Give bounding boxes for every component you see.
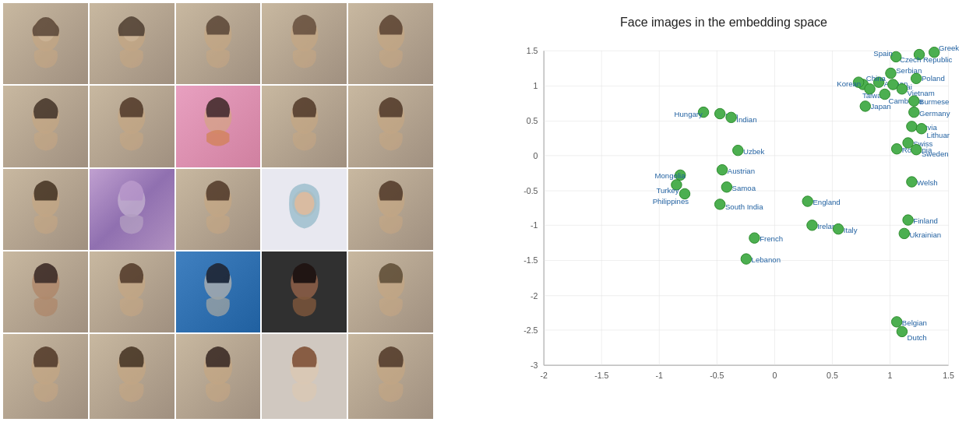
svg-text:-3: -3	[531, 360, 538, 370]
grid-cell-18	[176, 251, 261, 332]
svg-point-132	[807, 220, 817, 230]
grid-cell-17	[90, 251, 174, 332]
svg-point-90	[860, 101, 870, 111]
svg-text:-0.5: -0.5	[710, 371, 724, 380]
svg-text:Ukrainian: Ukrainian	[910, 230, 942, 239]
svg-text:0.5: 0.5	[527, 116, 538, 125]
svg-text:Germany: Germany	[919, 109, 950, 118]
svg-point-114	[717, 164, 727, 174]
svg-text:China: China	[866, 74, 887, 83]
svg-text:Czech Republic: Czech Republic	[900, 55, 952, 64]
svg-text:Samoa: Samoa	[732, 184, 756, 192]
grid-cell-8	[176, 86, 261, 167]
svg-point-92	[909, 96, 919, 106]
svg-text:-2: -2	[531, 291, 538, 301]
image-grid	[0, 0, 436, 422]
svg-point-100	[726, 112, 736, 122]
svg-point-142	[891, 317, 901, 327]
svg-text:Turkey: Turkey	[656, 186, 679, 195]
svg-text:-1: -1	[656, 371, 664, 380]
svg-text:Indian: Indian	[736, 115, 756, 124]
svg-text:-1: -1	[531, 220, 538, 230]
svg-text:Korean: Korean	[837, 79, 861, 88]
svg-text:Belgian: Belgian	[902, 318, 927, 327]
grid-cell-16	[3, 251, 88, 332]
svg-text:Sweden: Sweden	[922, 149, 949, 158]
grid-cell-3	[176, 3, 261, 84]
grid-cell-6	[3, 86, 88, 167]
svg-point-108	[891, 143, 901, 153]
svg-text:Dutch: Dutch	[908, 333, 927, 342]
grid-cell-4	[262, 3, 347, 84]
grid-cell-1	[3, 3, 88, 84]
svg-point-98	[714, 108, 724, 118]
svg-text:-2: -2	[540, 371, 548, 380]
svg-point-104	[916, 124, 926, 134]
svg-text:French: French	[760, 234, 783, 243]
svg-point-136	[899, 228, 909, 238]
scatter-plot: Face images in the embedding space	[436, 0, 980, 422]
grid-cell-22	[90, 334, 174, 419]
chart-svg: -2 -1.5 -1 -0.5 0 0.5 1 1.5 1.5 1 0.5 0 …	[475, 36, 972, 388]
svg-text:Burmese: Burmese	[919, 97, 949, 106]
svg-text:Italy: Italy	[844, 226, 858, 234]
svg-point-72	[886, 68, 896, 78]
svg-point-16	[294, 192, 314, 214]
chart-area: -2 -1.5 -1 -0.5 0 0.5 1 1.5 1.5 1 0.5 0 …	[475, 36, 972, 388]
svg-text:Greek: Greek	[939, 44, 959, 52]
svg-text:-2.5: -2.5	[523, 325, 538, 335]
chart-title: Face images in the embedding space	[475, 16, 972, 30]
grid-cell-23	[176, 334, 261, 419]
svg-text:Hungary: Hungary	[675, 110, 703, 118]
grid-cell-2	[90, 3, 174, 84]
grid-cell-11	[3, 169, 88, 250]
svg-text:Poland: Poland	[922, 74, 945, 83]
grid-cell-5	[348, 3, 433, 84]
svg-text:1: 1	[888, 371, 893, 380]
svg-text:Uzbek: Uzbek	[743, 147, 764, 156]
svg-text:-1.5: -1.5	[594, 371, 608, 380]
svg-text:1: 1	[534, 81, 538, 90]
svg-point-82	[897, 84, 907, 94]
svg-point-122	[721, 182, 731, 192]
grid-cell-14	[262, 169, 347, 250]
svg-text:England: England	[813, 198, 840, 206]
grid-cell-15	[348, 169, 433, 250]
grid-cell-10	[348, 86, 433, 167]
svg-text:1.5: 1.5	[943, 371, 954, 380]
svg-point-128	[802, 196, 813, 206]
svg-text:Lithuar: Lithuar	[927, 131, 950, 139]
grid-cell-21	[3, 334, 88, 419]
grid-cell-12	[90, 169, 174, 250]
svg-text:Finland: Finland	[913, 216, 938, 225]
svg-point-144	[897, 326, 907, 336]
grid-cell-19	[262, 251, 347, 332]
svg-text:1.5: 1.5	[527, 46, 538, 55]
grid-cell-20	[348, 251, 433, 332]
svg-point-134	[833, 223, 843, 234]
svg-text:Spain: Spain	[873, 49, 893, 58]
grid-cell-13	[176, 169, 261, 250]
svg-point-94	[909, 107, 919, 117]
svg-text:Lebanon: Lebanon	[752, 255, 781, 264]
grid-cell-25	[348, 334, 433, 419]
svg-point-140	[741, 254, 751, 264]
svg-text:Japan: Japan	[870, 102, 890, 111]
svg-point-102	[907, 121, 917, 132]
svg-point-126	[907, 177, 917, 187]
svg-point-112	[733, 145, 743, 155]
svg-text:Welsh: Welsh	[917, 178, 938, 187]
svg-text:South India: South India	[725, 202, 763, 211]
svg-point-124	[714, 199, 724, 209]
svg-text:Austrian: Austrian	[728, 167, 755, 175]
svg-text:0: 0	[772, 371, 777, 380]
svg-point-138	[749, 233, 760, 243]
svg-text:-1.5: -1.5	[523, 255, 538, 265]
svg-text:Mongolia: Mongolia	[655, 171, 686, 180]
svg-text:Philippines: Philippines	[653, 197, 689, 206]
svg-text:0.5: 0.5	[827, 371, 838, 380]
grid-cell-9	[262, 86, 347, 167]
grid-cell-24	[262, 334, 347, 419]
svg-point-110	[911, 144, 921, 154]
grid-cell-7	[90, 86, 174, 167]
